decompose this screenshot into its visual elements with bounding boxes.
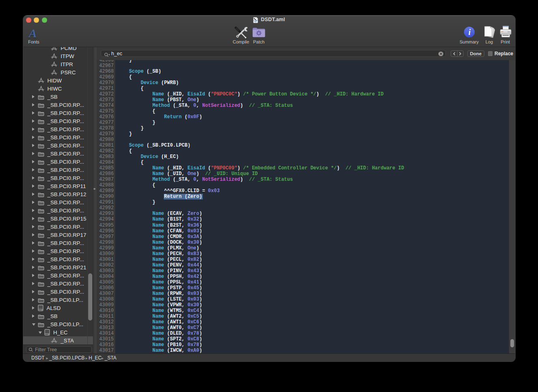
svg-text:i: i [468, 28, 471, 37]
